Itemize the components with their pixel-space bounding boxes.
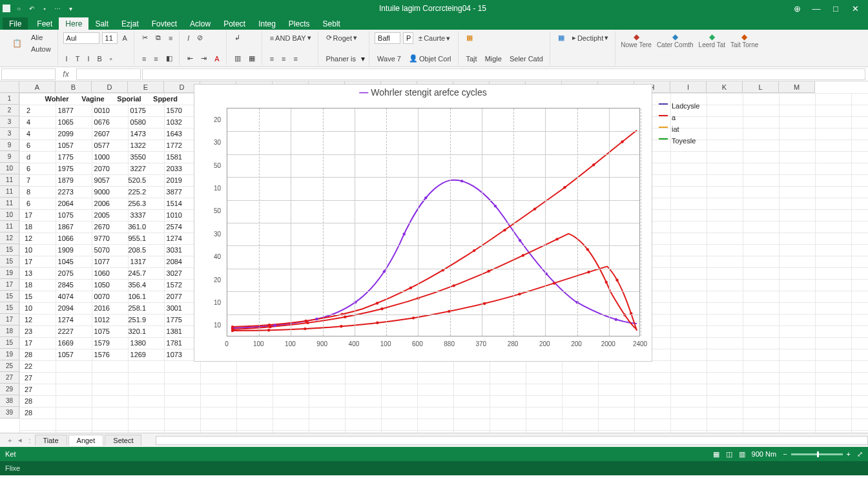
copy-icon[interactable]: ⧉ (153, 32, 163, 43)
merge-icon[interactable]: ▥ (232, 53, 243, 64)
cell[interactable]: 3337 (112, 209, 149, 221)
cell[interactable]: 1000 (76, 151, 112, 163)
tab-aclow[interactable]: Aclow (183, 17, 217, 30)
tab-feet[interactable]: Feet (30, 17, 59, 30)
cell[interactable]: 1669 (40, 337, 76, 349)
seler-btn[interactable]: Seler Catd (507, 54, 546, 64)
cell[interactable]: 27 (19, 384, 40, 395)
cell[interactable]: Spperd (149, 93, 185, 105)
sheet-nav-next-icon[interactable]: : (26, 437, 33, 444)
cell[interactable]: 1781 (149, 337, 185, 349)
cell[interactable]: 6 (19, 198, 40, 209)
cell[interactable]: 0010 (76, 105, 112, 116)
cell[interactable]: 1579 (76, 337, 112, 349)
insert-cell-icon[interactable]: ▦ (464, 32, 475, 43)
objet-btn[interactable]: 👤 Objet Corl (406, 53, 454, 64)
cell[interactable]: 1877 (40, 105, 76, 116)
chart-icon-4[interactable]: ◆ (730, 32, 758, 41)
cell[interactable]: 2 (19, 105, 40, 116)
cell[interactable]: 2077 (149, 291, 185, 302)
row-header[interactable]: 3 (0, 128, 19, 140)
cell[interactable]: 2094 (40, 302, 76, 314)
clear-icon[interactable]: ⊘ (194, 32, 205, 43)
chevron-down-icon[interactable]: ▾ (361, 54, 365, 63)
cell[interactable]: 2006 (76, 198, 112, 209)
col-header[interactable]: E (128, 81, 164, 93)
cell[interactable]: 1032 (149, 116, 185, 128)
align-icon-1[interactable]: ≡ (166, 33, 175, 43)
cell[interactable]: 520.5 (112, 174, 149, 186)
cell[interactable]: 955.1 (112, 232, 149, 244)
embedded-chart[interactable]: — Wohrler stengit arefce cycles 20305010… (194, 84, 652, 362)
row-header[interactable]: 18 (0, 326, 19, 337)
cell[interactable]: 2075 (40, 267, 76, 279)
cell[interactable]: 1572 (149, 279, 185, 291)
cell[interactable]: 28 (19, 349, 40, 360)
col-header[interactable]: A (19, 81, 56, 93)
border-icon[interactable]: ▫ (107, 54, 115, 64)
row-header[interactable]: 25 (0, 360, 19, 372)
maximize-button[interactable]: □ (829, 4, 842, 14)
cell[interactable]: 2033 (149, 163, 185, 174)
cell[interactable]: 2670 (76, 221, 112, 232)
account-icon[interactable]: ⊕ (790, 4, 803, 14)
cell[interactable]: 1060 (76, 267, 112, 279)
cell[interactable]: 0577 (76, 140, 112, 151)
outdent-icon[interactable]: ⇥ (198, 53, 209, 64)
cell[interactable]: 1772 (149, 140, 185, 151)
bafl-combo[interactable]: Bafl (375, 32, 400, 44)
col-header[interactable]: D (92, 81, 128, 93)
cell[interactable]: 1073 (149, 349, 185, 360)
col-header[interactable]: M (779, 81, 815, 93)
cell[interactable]: 2005 (76, 209, 112, 221)
tab-here[interactable]: Here (59, 17, 88, 30)
cell[interactable]: 1045 (40, 256, 76, 267)
migle-btn[interactable]: Migle (482, 54, 504, 64)
row-header[interactable]: 17 (0, 279, 19, 291)
font-btn-1[interactable]: I (63, 54, 70, 64)
minimize-button[interactable]: — (810, 4, 823, 14)
cell[interactable]: 2084 (149, 256, 185, 267)
row-header[interactable]: 17 (0, 314, 19, 326)
cell[interactable]: 0175 (112, 105, 149, 116)
row-header[interactable]: 27 (0, 372, 19, 384)
cell[interactable]: 251.9 (112, 314, 149, 326)
row-header[interactable]: 19 (0, 267, 19, 279)
cell[interactable]: 7 (19, 174, 40, 186)
cell[interactable]: 1775 (149, 314, 185, 326)
cell[interactable]: 13 (19, 267, 40, 279)
cell[interactable]: 9057 (76, 174, 112, 186)
dectipht-btn[interactable]: ▸ Dectipht ▾ (570, 32, 611, 43)
view-normal-icon[interactable]: ▦ (713, 450, 719, 459)
worksheet[interactable]: ABDEDEFAGHFGTGMJCHIKLM 12339910111111101… (0, 81, 868, 433)
cell[interactable]: 3877 (149, 186, 185, 198)
cell[interactable]: 1570 (149, 105, 185, 116)
cell[interactable]: 3001 (149, 302, 185, 314)
cell[interactable]: 3027 (149, 267, 185, 279)
wave-btn[interactable]: Wave 7 (375, 54, 404, 64)
view-break-icon[interactable]: ▥ (739, 450, 745, 459)
horizontal-scrollbar[interactable] (156, 436, 868, 445)
paste-icon[interactable]: 📋 (8, 34, 26, 52)
cell[interactable]: 1643 (149, 128, 185, 140)
cell[interactable]: 28 (19, 407, 40, 418)
cell[interactable]: 1065 (40, 116, 76, 128)
cell[interactable]: 0580 (112, 116, 149, 128)
sheet-nav-first-icon[interactable]: ◂ (16, 436, 25, 444)
cell[interactable]: 12 (19, 232, 40, 244)
tab-seblt[interactable]: Seblt (316, 17, 347, 30)
font-btn-2[interactable]: T (73, 54, 83, 64)
cell[interactable]: 2019 (149, 174, 185, 186)
cell[interactable]: 1274 (40, 314, 76, 326)
chart-icon-3[interactable]: ◆ (699, 32, 726, 41)
font-btn-4[interactable]: B (94, 54, 104, 64)
view-layout-icon[interactable]: ◫ (726, 450, 732, 459)
cell[interactable]: 1077 (76, 256, 112, 267)
phaner-btn[interactable]: Phaner is (324, 54, 358, 64)
row-header[interactable]: 39 (0, 407, 19, 418)
cell[interactable]: 1269 (112, 349, 149, 360)
row-header[interactable]: 19 (0, 349, 19, 360)
font-size-combo[interactable]: 11 (102, 32, 118, 44)
row-header[interactable]: 38 (0, 395, 19, 407)
cell[interactable]: 1514 (149, 198, 185, 209)
